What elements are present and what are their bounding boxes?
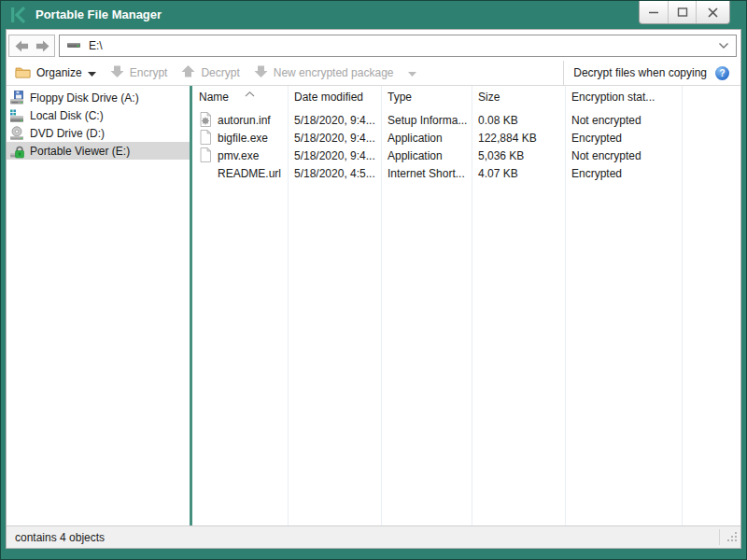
window-controls [639, 1, 730, 24]
toolbar-separator [563, 61, 564, 86]
arrow-left-icon [15, 39, 29, 53]
address-text[interactable]: E:\ [89, 39, 103, 52]
arrow-down-icon [254, 64, 268, 81]
decrypt-when-copying-label: Decrypt files when copying [573, 66, 707, 79]
file-size: 122,884 KB [472, 129, 565, 147]
drive-icon [66, 38, 81, 54]
toolbar: Organize Encrypt Decrypt [7, 61, 740, 86]
new-encrypted-package-button[interactable]: New encrypted package [254, 64, 417, 81]
sidebar-item-dvd-drive[interactable]: DVD Drive (D:) [7, 124, 190, 142]
sidebar-item-floppy-drive[interactable]: Floppy Disk Drive (A:) [7, 89, 190, 106]
column-divider[interactable] [288, 86, 289, 525]
file-name: autorun.inf [218, 114, 271, 127]
new-encrypted-package-label: New encrypted package [274, 66, 394, 79]
local-disk-icon [9, 108, 24, 123]
file-type: Application [381, 129, 472, 147]
caret-down-icon [88, 66, 96, 79]
decrypt-button[interactable]: Decrypt [181, 64, 239, 81]
drives-sidebar: Floppy Disk Drive (A:) [7, 86, 190, 525]
file-row-readme[interactable]: README.url 5/18/2020, 4:5... Internet Sh… [192, 164, 740, 182]
file-size: 0.08 KB [472, 111, 565, 129]
address-bar[interactable]: E:\ [59, 35, 737, 57]
column-divider[interactable] [472, 86, 472, 525]
status-bar: contains 4 objects [7, 525, 740, 548]
setup-information-file-icon [198, 112, 213, 127]
arrow-down-icon [110, 64, 124, 81]
file-size: 5,036 KB [472, 147, 565, 164]
file-list: Name Date modified Type Size Encryption … [192, 86, 740, 525]
chevron-down-icon[interactable] [718, 42, 729, 49]
file-type: Application [381, 147, 472, 164]
caret-down-icon [408, 66, 416, 79]
file-date: 5/18/2020, 9:4... [288, 111, 381, 129]
encrypt-button[interactable]: Encrypt [110, 64, 168, 81]
file-type: Internet Short... [381, 164, 472, 182]
status-text: contains 4 objects [15, 531, 105, 544]
sidebar-item-label: Floppy Disk Drive (A:) [30, 91, 139, 105]
floppy-drive-icon [9, 91, 24, 105]
kaspersky-logo-icon [10, 7, 29, 23]
minimize-button[interactable] [640, 1, 668, 23]
sidebar-item-portable-viewer[interactable]: Portable Viewer (E:) [7, 142, 190, 160]
file-type: Setup Informa... [381, 111, 472, 129]
sidebar-item-label: DVD Drive (D:) [30, 127, 105, 140]
status-bar-separator [719, 529, 720, 545]
column-header-encryption-status[interactable]: Encryption stat... [565, 86, 682, 111]
main-panes: Floppy Disk Drive (A:) [7, 86, 740, 525]
file-name: pmv.exe [218, 149, 259, 162]
sort-ascending-icon [245, 87, 255, 100]
sidebar-item-label: Portable Viewer (E:) [30, 145, 130, 158]
file-size: 4.07 KB [472, 164, 565, 182]
file-name: README.url [218, 167, 281, 180]
titlebar[interactable]: Portable File Manager [1, 1, 746, 29]
folder-icon [15, 65, 31, 81]
organize-button[interactable]: Organize [15, 65, 96, 81]
file-date: 5/18/2020, 9:4... [288, 129, 381, 147]
forward-button[interactable] [34, 38, 50, 53]
column-header-type[interactable]: Type [381, 86, 472, 111]
column-divider[interactable] [682, 86, 683, 525]
column-header-name[interactable]: Name [192, 86, 288, 111]
file-encryption-status: Encrypted [565, 129, 682, 147]
sidebar-item-local-disk[interactable]: Local Disk (C:) [7, 106, 190, 124]
organize-label: Organize [36, 66, 82, 79]
file-encryption-status: Not encrypted [565, 147, 682, 164]
dvd-drive-icon [9, 126, 24, 141]
toolbar-right: Decrypt files when copying ? [563, 61, 732, 85]
window-title: Portable File Manager [35, 7, 162, 21]
file-date: 5/18/2020, 4:5... [288, 164, 381, 182]
file-date: 5/18/2020, 9:4... [288, 147, 381, 164]
maximize-button[interactable] [668, 1, 696, 23]
portable-file-manager-window: Portable File Manager [0, 0, 747, 560]
help-icon[interactable]: ? [715, 66, 729, 80]
file-list-header: Name Date modified Type Size Encryption … [192, 86, 740, 111]
file-encryption-status: Encrypted [565, 164, 682, 182]
arrow-up-icon [181, 64, 195, 81]
column-header-spacer [682, 86, 740, 111]
column-header-date-modified[interactable]: Date modified [288, 86, 381, 111]
column-divider[interactable] [565, 86, 566, 525]
close-button[interactable] [696, 1, 729, 23]
locked-drive-icon [9, 144, 24, 159]
resize-grip[interactable] [727, 532, 738, 545]
nav-buttons [8, 35, 55, 57]
back-button[interactable] [13, 38, 30, 53]
sidebar-item-label: Local Disk (C:) [30, 109, 104, 122]
arrow-right-icon [35, 39, 49, 53]
client-area: E:\ Organize [6, 29, 741, 549]
decrypt-label: Decrypt [201, 66, 239, 79]
file-encryption-status: Not encrypted [565, 111, 682, 129]
column-header-size[interactable]: Size [472, 86, 565, 111]
column-divider[interactable] [381, 86, 382, 525]
file-icon [198, 130, 213, 145]
encrypt-label: Encrypt [130, 66, 168, 79]
file-row-bigfile[interactable]: bigfile.exe 5/18/2020, 9:4... Applicatio… [192, 129, 740, 147]
file-icon [198, 147, 213, 162]
file-name: bigfile.exe [218, 132, 268, 145]
file-row-pmv[interactable]: pmv.exe 5/18/2020, 9:4... Application 5,… [192, 147, 740, 164]
file-row-autorun[interactable]: autorun.inf 5/18/2020, 9:4... Setup Info… [192, 111, 740, 129]
